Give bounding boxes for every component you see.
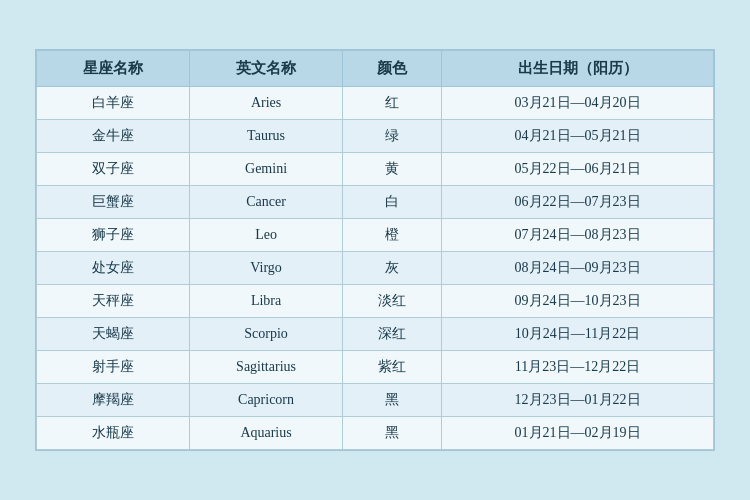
cell-dates: 11月23日—12月22日 bbox=[442, 351, 714, 384]
cell-dates: 03月21日—04月20日 bbox=[442, 87, 714, 120]
cell-chinese-name: 天蝎座 bbox=[37, 318, 190, 351]
table-row: 天蝎座Scorpio深红10月24日—11月22日 bbox=[37, 318, 714, 351]
table-header-row: 星座名称 英文名称 颜色 出生日期（阳历） bbox=[37, 51, 714, 87]
cell-chinese-name: 双子座 bbox=[37, 153, 190, 186]
table-row: 水瓶座Aquarius黑01月21日—02月19日 bbox=[37, 417, 714, 450]
cell-color: 红 bbox=[343, 87, 442, 120]
table-row: 天秤座Libra淡红09月24日—10月23日 bbox=[37, 285, 714, 318]
header-color: 颜色 bbox=[343, 51, 442, 87]
table-row: 处女座Virgo灰08月24日—09月23日 bbox=[37, 252, 714, 285]
cell-english-name: Libra bbox=[190, 285, 343, 318]
cell-english-name: Scorpio bbox=[190, 318, 343, 351]
cell-color: 橙 bbox=[343, 219, 442, 252]
cell-color: 黑 bbox=[343, 417, 442, 450]
cell-color: 黑 bbox=[343, 384, 442, 417]
cell-english-name: Sagittarius bbox=[190, 351, 343, 384]
cell-dates: 12月23日—01月22日 bbox=[442, 384, 714, 417]
cell-dates: 06月22日—07月23日 bbox=[442, 186, 714, 219]
cell-color: 黄 bbox=[343, 153, 442, 186]
cell-english-name: Cancer bbox=[190, 186, 343, 219]
header-dates: 出生日期（阳历） bbox=[442, 51, 714, 87]
cell-dates: 01月21日—02月19日 bbox=[442, 417, 714, 450]
cell-dates: 10月24日—11月22日 bbox=[442, 318, 714, 351]
cell-dates: 09月24日—10月23日 bbox=[442, 285, 714, 318]
cell-color: 紫红 bbox=[343, 351, 442, 384]
cell-english-name: Virgo bbox=[190, 252, 343, 285]
table-row: 白羊座Aries红03月21日—04月20日 bbox=[37, 87, 714, 120]
table-row: 射手座Sagittarius紫红11月23日—12月22日 bbox=[37, 351, 714, 384]
table-row: 双子座Gemini黄05月22日—06月21日 bbox=[37, 153, 714, 186]
cell-dates: 05月22日—06月21日 bbox=[442, 153, 714, 186]
cell-english-name: Aquarius bbox=[190, 417, 343, 450]
cell-chinese-name: 巨蟹座 bbox=[37, 186, 190, 219]
table-row: 金牛座Taurus绿04月21日—05月21日 bbox=[37, 120, 714, 153]
cell-chinese-name: 射手座 bbox=[37, 351, 190, 384]
cell-english-name: Gemini bbox=[190, 153, 343, 186]
cell-dates: 07月24日—08月23日 bbox=[442, 219, 714, 252]
cell-dates: 08月24日—09月23日 bbox=[442, 252, 714, 285]
cell-chinese-name: 处女座 bbox=[37, 252, 190, 285]
cell-chinese-name: 天秤座 bbox=[37, 285, 190, 318]
cell-color: 灰 bbox=[343, 252, 442, 285]
cell-color: 深红 bbox=[343, 318, 442, 351]
cell-chinese-name: 狮子座 bbox=[37, 219, 190, 252]
cell-chinese-name: 白羊座 bbox=[37, 87, 190, 120]
cell-english-name: Aries bbox=[190, 87, 343, 120]
cell-english-name: Leo bbox=[190, 219, 343, 252]
zodiac-table: 星座名称 英文名称 颜色 出生日期（阳历） 白羊座Aries红03月21日—04… bbox=[36, 50, 714, 450]
cell-color: 淡红 bbox=[343, 285, 442, 318]
table-row: 狮子座Leo橙07月24日—08月23日 bbox=[37, 219, 714, 252]
table-row: 巨蟹座Cancer白06月22日—07月23日 bbox=[37, 186, 714, 219]
zodiac-table-container: 星座名称 英文名称 颜色 出生日期（阳历） 白羊座Aries红03月21日—04… bbox=[35, 49, 715, 451]
table-body: 白羊座Aries红03月21日—04月20日金牛座Taurus绿04月21日—0… bbox=[37, 87, 714, 450]
table-row: 摩羯座Capricorn黑12月23日—01月22日 bbox=[37, 384, 714, 417]
cell-english-name: Taurus bbox=[190, 120, 343, 153]
cell-chinese-name: 金牛座 bbox=[37, 120, 190, 153]
cell-color: 绿 bbox=[343, 120, 442, 153]
cell-dates: 04月21日—05月21日 bbox=[442, 120, 714, 153]
cell-chinese-name: 水瓶座 bbox=[37, 417, 190, 450]
cell-english-name: Capricorn bbox=[190, 384, 343, 417]
header-english-name: 英文名称 bbox=[190, 51, 343, 87]
cell-chinese-name: 摩羯座 bbox=[37, 384, 190, 417]
cell-color: 白 bbox=[343, 186, 442, 219]
header-chinese-name: 星座名称 bbox=[37, 51, 190, 87]
